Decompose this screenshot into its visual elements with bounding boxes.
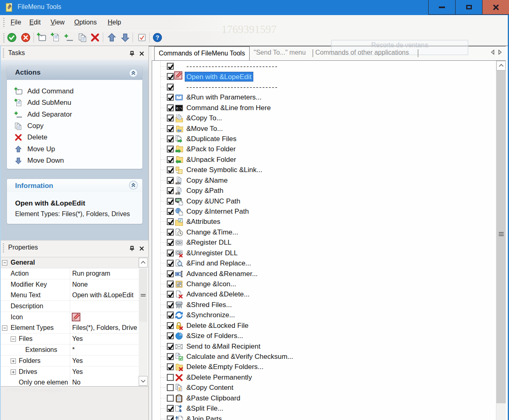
svg-text:abc: abc (175, 181, 181, 185)
svg-text:C:\: C:\ (176, 107, 182, 110)
svg-text:a\b: a\b (175, 191, 180, 195)
svg-text:?: ? (156, 34, 159, 41)
